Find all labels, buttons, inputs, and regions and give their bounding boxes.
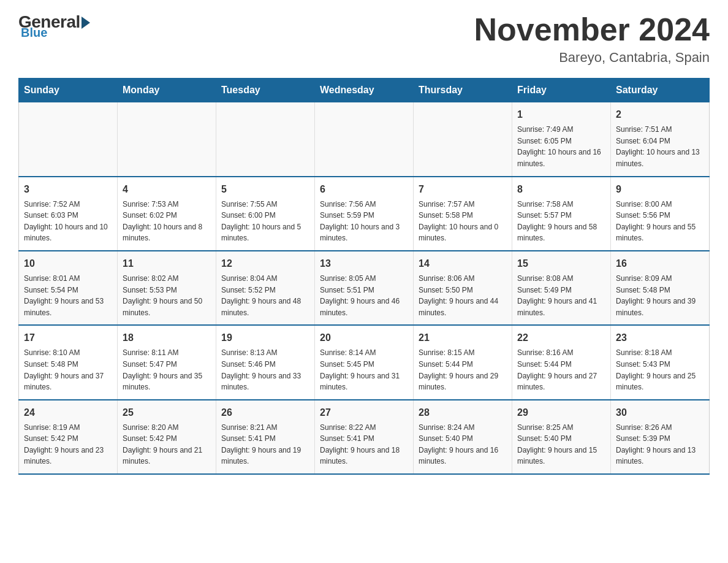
calendar-week-row: 1Sunrise: 7:49 AMSunset: 6:05 PMDaylight… xyxy=(19,102,710,177)
month-title: November 2024 xyxy=(474,12,710,47)
calendar-week-row: 24Sunrise: 8:19 AMSunset: 5:42 PMDayligh… xyxy=(19,400,710,474)
day-number: 7 xyxy=(419,182,507,197)
calendar-week-row: 17Sunrise: 8:10 AMSunset: 5:48 PMDayligh… xyxy=(19,325,710,399)
header-saturday: Saturday xyxy=(611,79,710,102)
calendar-cell: 4Sunrise: 7:53 AMSunset: 6:02 PMDaylight… xyxy=(118,177,216,251)
day-number: 5 xyxy=(221,182,309,197)
calendar-week-row: 3Sunrise: 7:52 AMSunset: 6:03 PMDaylight… xyxy=(19,177,710,251)
calendar-cell: 30Sunrise: 8:26 AMSunset: 5:39 PMDayligh… xyxy=(611,400,710,474)
page-header: General Blue November 2024 Bareyo, Canta… xyxy=(18,12,710,66)
day-info: Sunrise: 8:19 AMSunset: 5:42 PMDaylight:… xyxy=(24,422,112,467)
calendar-cell: 5Sunrise: 7:55 AMSunset: 6:00 PMDaylight… xyxy=(216,177,315,251)
calendar-header: Sunday Monday Tuesday Wednesday Thursday… xyxy=(19,79,710,102)
calendar-cell xyxy=(19,102,118,177)
day-number: 17 xyxy=(24,331,112,345)
day-info: Sunrise: 8:04 AMSunset: 5:52 PMDaylight:… xyxy=(221,273,309,318)
day-info: Sunrise: 8:11 AMSunset: 5:47 PMDaylight:… xyxy=(123,347,211,393)
header-wednesday: Wednesday xyxy=(315,79,414,102)
calendar-cell: 22Sunrise: 8:16 AMSunset: 5:44 PMDayligh… xyxy=(512,325,611,399)
day-info: Sunrise: 8:10 AMSunset: 5:48 PMDaylight:… xyxy=(24,347,112,393)
day-info: Sunrise: 7:57 AMSunset: 5:58 PMDaylight:… xyxy=(419,199,507,244)
calendar-cell xyxy=(414,102,512,177)
calendar-cell: 19Sunrise: 8:13 AMSunset: 5:46 PMDayligh… xyxy=(216,325,315,399)
calendar-cell: 13Sunrise: 8:05 AMSunset: 5:51 PMDayligh… xyxy=(315,251,414,325)
day-info: Sunrise: 8:22 AMSunset: 5:41 PMDaylight:… xyxy=(320,422,408,467)
calendar-week-row: 10Sunrise: 8:01 AMSunset: 5:54 PMDayligh… xyxy=(19,251,710,325)
calendar-table: Sunday Monday Tuesday Wednesday Thursday… xyxy=(18,78,710,475)
logo-arrow-icon xyxy=(82,17,90,29)
day-number: 1 xyxy=(517,107,605,122)
day-number: 2 xyxy=(616,107,704,122)
calendar-cell: 11Sunrise: 8:02 AMSunset: 5:53 PMDayligh… xyxy=(118,251,216,325)
day-info: Sunrise: 7:55 AMSunset: 6:00 PMDaylight:… xyxy=(221,199,309,244)
day-number: 27 xyxy=(320,405,408,420)
day-info: Sunrise: 8:00 AMSunset: 5:56 PMDaylight:… xyxy=(616,199,704,244)
day-info: Sunrise: 8:20 AMSunset: 5:42 PMDaylight:… xyxy=(123,422,211,467)
logo-blue-text: Blue xyxy=(21,26,47,40)
day-number: 22 xyxy=(517,331,605,345)
calendar-cell: 7Sunrise: 7:57 AMSunset: 5:58 PMDaylight… xyxy=(414,177,512,251)
calendar-cell: 23Sunrise: 8:18 AMSunset: 5:43 PMDayligh… xyxy=(611,325,710,399)
day-number: 8 xyxy=(517,182,605,197)
weekday-header-row: Sunday Monday Tuesday Wednesday Thursday… xyxy=(19,79,710,102)
day-info: Sunrise: 8:21 AMSunset: 5:41 PMDaylight:… xyxy=(221,422,309,467)
day-number: 21 xyxy=(419,331,507,345)
title-area: November 2024 Bareyo, Cantabria, Spain xyxy=(474,12,710,66)
calendar-cell: 25Sunrise: 8:20 AMSunset: 5:42 PMDayligh… xyxy=(118,400,216,474)
day-number: 20 xyxy=(320,331,408,345)
day-number: 15 xyxy=(517,256,605,271)
day-number: 3 xyxy=(24,182,112,197)
header-sunday: Sunday xyxy=(19,79,118,102)
day-info: Sunrise: 8:13 AMSunset: 5:46 PMDaylight:… xyxy=(221,347,309,393)
day-number: 6 xyxy=(320,182,408,197)
day-number: 9 xyxy=(616,182,704,197)
day-info: Sunrise: 8:24 AMSunset: 5:40 PMDaylight:… xyxy=(419,422,507,467)
header-tuesday: Tuesday xyxy=(216,79,315,102)
day-number: 10 xyxy=(24,256,112,271)
calendar-body: 1Sunrise: 7:49 AMSunset: 6:05 PMDaylight… xyxy=(19,102,710,474)
calendar-cell xyxy=(118,102,216,177)
day-number: 4 xyxy=(123,182,211,197)
calendar-cell: 15Sunrise: 8:08 AMSunset: 5:49 PMDayligh… xyxy=(512,251,611,325)
day-number: 16 xyxy=(616,256,704,271)
calendar-cell: 6Sunrise: 7:56 AMSunset: 5:59 PMDaylight… xyxy=(315,177,414,251)
day-info: Sunrise: 8:09 AMSunset: 5:48 PMDaylight:… xyxy=(616,273,704,318)
day-number: 13 xyxy=(320,256,408,271)
day-info: Sunrise: 8:15 AMSunset: 5:44 PMDaylight:… xyxy=(419,347,507,393)
calendar-cell: 24Sunrise: 8:19 AMSunset: 5:42 PMDayligh… xyxy=(19,400,118,474)
day-info: Sunrise: 8:26 AMSunset: 5:39 PMDaylight:… xyxy=(616,422,704,467)
day-info: Sunrise: 8:14 AMSunset: 5:45 PMDaylight:… xyxy=(320,347,408,393)
header-friday: Friday xyxy=(512,79,611,102)
day-info: Sunrise: 8:05 AMSunset: 5:51 PMDaylight:… xyxy=(320,273,408,318)
day-info: Sunrise: 7:49 AMSunset: 6:05 PMDaylight:… xyxy=(517,124,605,169)
day-number: 11 xyxy=(123,256,211,271)
day-info: Sunrise: 7:58 AMSunset: 5:57 PMDaylight:… xyxy=(517,199,605,244)
calendar-cell xyxy=(315,102,414,177)
day-number: 30 xyxy=(616,405,704,420)
calendar-cell: 29Sunrise: 8:25 AMSunset: 5:40 PMDayligh… xyxy=(512,400,611,474)
day-info: Sunrise: 8:25 AMSunset: 5:40 PMDaylight:… xyxy=(517,422,605,467)
location-text: Bareyo, Cantabria, Spain xyxy=(474,50,710,66)
calendar-cell: 21Sunrise: 8:15 AMSunset: 5:44 PMDayligh… xyxy=(414,325,512,399)
day-info: Sunrise: 8:02 AMSunset: 5:53 PMDaylight:… xyxy=(123,273,211,318)
day-number: 19 xyxy=(221,331,309,345)
calendar-cell: 2Sunrise: 7:51 AMSunset: 6:04 PMDaylight… xyxy=(611,102,710,177)
calendar-cell: 9Sunrise: 8:00 AMSunset: 5:56 PMDaylight… xyxy=(611,177,710,251)
day-info: Sunrise: 7:53 AMSunset: 6:02 PMDaylight:… xyxy=(123,199,211,244)
day-info: Sunrise: 8:06 AMSunset: 5:50 PMDaylight:… xyxy=(419,273,507,318)
day-info: Sunrise: 8:08 AMSunset: 5:49 PMDaylight:… xyxy=(517,273,605,318)
calendar-cell: 1Sunrise: 7:49 AMSunset: 6:05 PMDaylight… xyxy=(512,102,611,177)
calendar-cell: 3Sunrise: 7:52 AMSunset: 6:03 PMDaylight… xyxy=(19,177,118,251)
day-number: 18 xyxy=(123,331,211,345)
day-number: 26 xyxy=(221,405,309,420)
calendar-cell: 26Sunrise: 8:21 AMSunset: 5:41 PMDayligh… xyxy=(216,400,315,474)
day-info: Sunrise: 7:52 AMSunset: 6:03 PMDaylight:… xyxy=(24,199,112,244)
day-number: 14 xyxy=(419,256,507,271)
calendar-cell: 28Sunrise: 8:24 AMSunset: 5:40 PMDayligh… xyxy=(414,400,512,474)
calendar-cell: 20Sunrise: 8:14 AMSunset: 5:45 PMDayligh… xyxy=(315,325,414,399)
calendar-cell: 12Sunrise: 8:04 AMSunset: 5:52 PMDayligh… xyxy=(216,251,315,325)
day-number: 24 xyxy=(24,405,112,420)
day-info: Sunrise: 8:18 AMSunset: 5:43 PMDaylight:… xyxy=(616,347,704,393)
header-monday: Monday xyxy=(118,79,216,102)
day-number: 29 xyxy=(517,405,605,420)
